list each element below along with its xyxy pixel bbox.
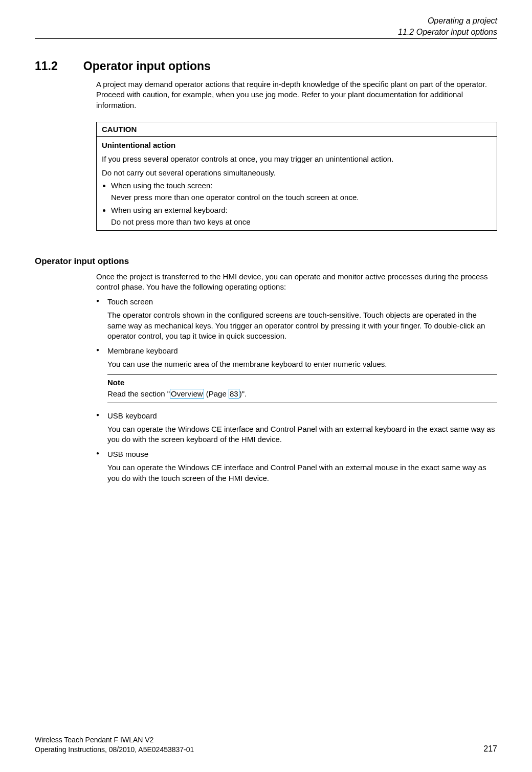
header-chapter: Operating a project xyxy=(35,15,497,27)
caution-item-detail: Never press more than one operator contr… xyxy=(111,192,492,203)
subsection-intro: Once the project is transferred to the H… xyxy=(96,272,497,293)
caution-item: When using an external keyboard: Do not … xyxy=(111,205,492,227)
link-page[interactable]: 83 xyxy=(229,389,239,399)
footer-docinfo: Operating Instructions, 08/2010, A5E0245… xyxy=(35,745,194,755)
link-overview[interactable]: Overview xyxy=(170,389,204,399)
option-desc: You can use the numeric area of the memb… xyxy=(107,359,497,369)
caution-body: Unintentional action If you press severa… xyxy=(97,137,497,230)
note-text: Read the section "Overview (Page 83)". xyxy=(107,388,497,400)
footer-product: Wireless Teach Pendant F IWLAN V2 xyxy=(35,735,194,745)
section-number: 11.2 xyxy=(35,59,58,73)
section-heading: 11.2 Operator input options xyxy=(35,59,497,73)
section-intro: A project may demand operator actions th… xyxy=(96,79,497,111)
note-block: Note Read the section "Overview (Page 83… xyxy=(107,374,497,403)
caution-subtitle: Unintentional action xyxy=(102,140,492,150)
footer-left: Wireless Teach Pendant F IWLAN V2 Operat… xyxy=(35,735,194,755)
caution-item-label: When using an external keyboard: xyxy=(111,206,228,214)
option-desc: You can operate the Windows CE interface… xyxy=(107,424,497,445)
caution-item-detail: Do not press more than two keys at once xyxy=(111,216,492,227)
footer-page: 217 xyxy=(483,743,497,755)
header-section: 11.2 Operator input options xyxy=(35,27,497,38)
header-rule xyxy=(35,38,497,39)
option-desc: The operator controls shown in the confi… xyxy=(107,310,497,341)
caution-line: If you press several operator controls a… xyxy=(102,153,492,164)
options-list-2: USB keyboard You can operate the Windows… xyxy=(96,411,497,483)
caution-line: Do not carry out several operations simu… xyxy=(102,167,492,178)
section-title: Operator input options xyxy=(83,59,211,73)
option-title: USB mouse xyxy=(107,450,148,458)
caution-label: CAUTION xyxy=(97,122,497,137)
subsection-heading: Operator input options xyxy=(35,256,497,267)
option-desc: You can operate the Windows CE interface… xyxy=(107,462,497,483)
note-label: Note xyxy=(107,377,497,388)
caution-item-label: When using the touch screen: xyxy=(111,181,212,190)
list-item: USB keyboard You can operate the Windows… xyxy=(96,411,497,445)
caution-item: When using the touch screen: Never press… xyxy=(111,180,492,203)
option-title: Membrane keyboard xyxy=(107,346,178,355)
list-item: USB mouse You can operate the Windows CE… xyxy=(96,450,497,483)
option-title: USB keyboard xyxy=(107,411,157,420)
options-list: Touch screen The operator controls shown… xyxy=(96,297,497,369)
page-header: Operating a project 11.2 Operator input … xyxy=(35,15,497,37)
list-item: Membrane keyboard You can use the numeri… xyxy=(96,346,497,369)
caution-box: CAUTION Unintentional action If you pres… xyxy=(96,122,497,231)
page-footer: Wireless Teach Pendant F IWLAN V2 Operat… xyxy=(35,735,497,755)
option-title: Touch screen xyxy=(107,297,153,306)
list-item: Touch screen The operator controls shown… xyxy=(96,297,497,341)
